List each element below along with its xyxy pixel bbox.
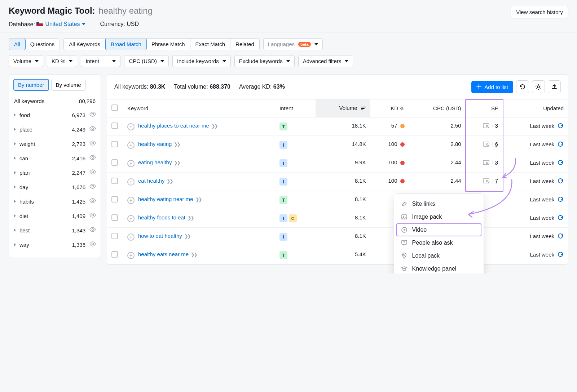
sf-count[interactable]: 3 (495, 122, 498, 129)
refresh-row-icon[interactable] (557, 214, 564, 221)
sidebar-item[interactable]: food6,973 (13, 108, 96, 122)
add-keyword-icon[interactable]: + (127, 252, 135, 259)
col-kd[interactable]: KD % (370, 99, 409, 117)
refresh-button[interactable] (516, 80, 529, 93)
sidebar-item[interactable]: way1,335 (13, 237, 96, 252)
languages-selector[interactable]: Languages beta (263, 38, 323, 50)
intent-badge-i: I (279, 178, 287, 186)
keyword-link[interactable]: healthy places to eat near me (138, 122, 209, 129)
sidebar-item[interactable]: place4,249 (13, 122, 96, 137)
row-checkbox[interactable] (111, 178, 118, 184)
keyword-link[interactable]: healthy eating near me (138, 196, 193, 202)
keyword-link[interactable]: how to eat healthy (138, 233, 182, 239)
select-all-checkbox[interactable] (111, 104, 118, 111)
add-keyword-icon[interactable]: + (127, 123, 135, 130)
col-volume[interactable]: Volume (316, 99, 370, 117)
eye-icon[interactable] (89, 141, 96, 147)
add-keyword-icon[interactable]: + (127, 197, 135, 204)
col-intent[interactable]: Intent (275, 99, 316, 117)
database-selector[interactable]: United States (36, 21, 85, 27)
refresh-row-icon[interactable] (557, 251, 564, 258)
eye-icon[interactable] (89, 184, 96, 190)
eye-icon[interactable] (89, 112, 96, 118)
refresh-row-icon[interactable] (557, 233, 564, 239)
eye-icon[interactable] (89, 155, 96, 161)
filter-kd[interactable]: KD % (47, 55, 77, 67)
sidebar-item[interactable]: weight2,723 (13, 137, 96, 151)
col-updated[interactable]: Updated (502, 99, 568, 117)
kd-cell: 100 (370, 173, 409, 191)
add-to-list-button[interactable]: Add to list (471, 81, 513, 93)
sidebar-item[interactable]: plan2,247 (13, 165, 96, 180)
eye-icon[interactable] (89, 126, 96, 133)
keyword-link[interactable]: healthy eats near me (138, 251, 189, 257)
chevrons-icon: ❯❯ (188, 215, 193, 220)
popup-item-image-pack[interactable]: Image pack (394, 210, 484, 223)
filter-advanced[interactable]: Advanced filters (298, 55, 353, 67)
keyword-link[interactable]: healthy foods to eat (138, 214, 185, 220)
eye-icon[interactable] (89, 213, 96, 219)
refresh-row-icon[interactable] (557, 122, 564, 129)
popup-item-video[interactable]: Video (396, 223, 481, 236)
popup-item-people-also-ask[interactable]: ?People also ask (394, 236, 484, 249)
popup-item-site-links[interactable]: Site links (394, 197, 484, 210)
row-checkbox[interactable] (111, 159, 118, 166)
tab-all[interactable]: All (9, 38, 26, 50)
row-checkbox[interactable] (111, 251, 118, 258)
filter-include-keywords[interactable]: Include keywords (172, 55, 231, 67)
add-keyword-icon[interactable]: + (127, 160, 135, 167)
tab-related[interactable]: Related (230, 39, 259, 50)
sidebar-item[interactable]: day1,676 (13, 180, 96, 194)
filter-cpc[interactable]: CPC (USD) (124, 55, 169, 67)
sidebar-item[interactable]: habits1,425 (13, 194, 96, 209)
filter-volume[interactable]: Volume (9, 55, 43, 67)
keyword-link[interactable]: eating healthy (138, 159, 172, 165)
sidebar-item[interactable]: best1,343 (13, 223, 96, 237)
settings-button[interactable] (532, 80, 545, 93)
row-checkbox[interactable] (111, 196, 118, 202)
sidebar-item[interactable]: can2,416 (13, 151, 96, 165)
sidebar-item[interactable]: diet1,409 (13, 209, 96, 223)
sidebar-tab-by-volume[interactable]: By volume (51, 79, 86, 91)
refresh-row-icon[interactable] (557, 141, 564, 147)
eye-icon[interactable] (89, 169, 96, 176)
export-button[interactable] (548, 80, 561, 93)
add-keyword-icon[interactable]: + (127, 215, 135, 222)
refresh-row-icon[interactable] (557, 196, 564, 202)
col-sf[interactable]: SF (466, 99, 503, 117)
tab-all-keywords[interactable]: All Keywords (64, 39, 106, 50)
col-cpc[interactable]: CPC (USD) (409, 99, 466, 117)
sidebar-tab-by-number[interactable]: By number (13, 79, 49, 91)
row-checkbox[interactable] (111, 233, 118, 239)
sf-count[interactable]: 7 (495, 178, 498, 184)
popup-item-label: People also ask (412, 240, 453, 246)
intent-cell: I (275, 173, 316, 191)
tab-broad-match[interactable]: Broad Match (105, 38, 147, 50)
eye-icon[interactable] (89, 198, 96, 205)
popup-item-local-pack[interactable]: Local pack (394, 249, 484, 262)
add-keyword-icon[interactable]: + (127, 142, 135, 149)
tab-phrase-match[interactable]: Phrase Match (146, 39, 190, 50)
col-keyword[interactable]: Keyword (123, 99, 275, 117)
kd-difficulty-dot (400, 124, 405, 128)
row-checkbox[interactable] (111, 141, 118, 147)
keyword-link[interactable]: eat healthy (138, 178, 164, 184)
table-row: +eat healthy❯❯I8.1K1002.44|7Last week (107, 173, 568, 191)
eye-icon[interactable] (89, 241, 96, 248)
refresh-row-icon[interactable] (557, 178, 564, 184)
add-keyword-icon[interactable]: + (127, 233, 135, 241)
tab-questions[interactable]: Questions (25, 39, 60, 50)
eye-icon[interactable] (89, 227, 96, 233)
refresh-row-icon[interactable] (557, 159, 564, 166)
filter-exclude-keywords[interactable]: Exclude keywords (234, 55, 295, 67)
view-search-history-button[interactable]: View search history (511, 6, 568, 18)
row-checkbox[interactable] (111, 214, 118, 221)
sf-count[interactable]: 6 (495, 141, 498, 147)
filter-intent[interactable]: Intent (81, 55, 120, 67)
tab-exact-match[interactable]: Exact Match (190, 39, 231, 50)
sf-count[interactable]: 3 (495, 159, 498, 165)
keyword-link[interactable]: healthy eating (138, 141, 172, 147)
popup-item-knowledge-panel[interactable]: Knowledge panel (394, 262, 484, 274)
row-checkbox[interactable] (111, 122, 118, 129)
add-keyword-icon[interactable]: + (127, 178, 135, 186)
